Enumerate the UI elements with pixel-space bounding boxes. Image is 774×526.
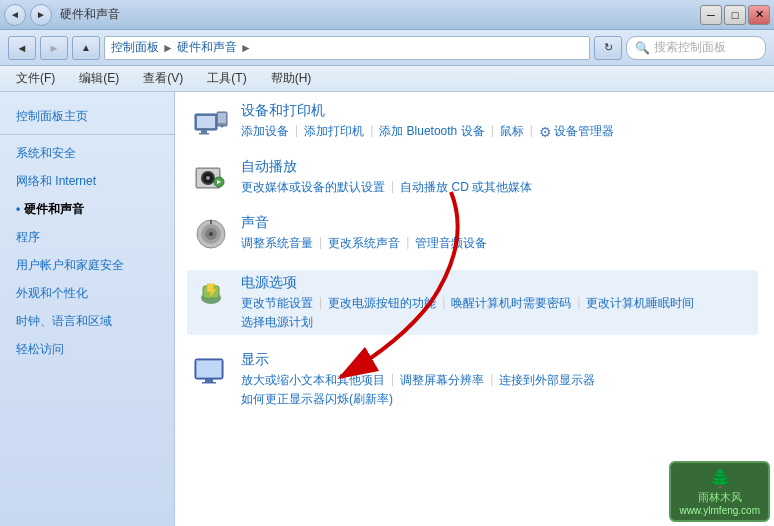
- sidebar-item-clock[interactable]: 时钟、语言和区域: [0, 307, 174, 335]
- devices-icon: [191, 102, 231, 142]
- svg-point-6: [221, 125, 224, 128]
- search-icon: 🔍: [635, 41, 650, 55]
- sidebar-item-programs[interactable]: 程序: [0, 223, 174, 251]
- sep1: |: [295, 123, 298, 140]
- forward-button[interactable]: ►: [30, 4, 52, 26]
- link-adjust-volume[interactable]: 调整系统音量: [241, 235, 313, 252]
- category-autoplay: 自动播放 更改媒体或设备的默认设置 | 自动播放 CD 或其他媒体: [191, 158, 758, 198]
- content-wrapper: 设备和打印机 添加设备 | 添加打印机 | 添加 Bluetooth 设备 | …: [191, 102, 758, 408]
- sidebar-item-hardware[interactable]: 硬件和声音: [0, 195, 174, 223]
- path-current[interactable]: 硬件和声音: [177, 39, 237, 56]
- svg-rect-24: [205, 379, 213, 382]
- menu-tools[interactable]: 工具(T): [199, 68, 254, 89]
- sep4: |: [530, 123, 533, 140]
- svg-rect-2: [201, 130, 207, 133]
- autoplay-links: 更改媒体或设备的默认设置 | 自动播放 CD 或其他媒体: [241, 179, 758, 196]
- watermark-logo: 🌲: [679, 467, 760, 489]
- link-text-size[interactable]: 放大或缩小文本和其他项目: [241, 372, 385, 389]
- sep5: |: [391, 179, 394, 196]
- link-sleep-time[interactable]: 更改计算机睡眠时间: [586, 295, 694, 312]
- link-resolution[interactable]: 调整屏幕分辨率: [400, 372, 484, 389]
- link-change-media[interactable]: 更改媒体或设备的默认设置: [241, 179, 385, 196]
- back-button[interactable]: ◄: [4, 4, 26, 26]
- menu-edit[interactable]: 编辑(E): [71, 68, 127, 89]
- sep12: |: [490, 372, 493, 389]
- power-icon: [191, 274, 231, 314]
- sep7: |: [406, 235, 409, 252]
- link-autoplay-cd[interactable]: 自动播放 CD 或其他媒体: [400, 179, 532, 196]
- sep10: |: [577, 295, 580, 312]
- link-audio-devices[interactable]: 管理音频设备: [415, 235, 487, 252]
- devices-links: 添加设备 | 添加打印机 | 添加 Bluetooth 设备 | 鼠标 | ⚙ …: [241, 123, 758, 140]
- link-power-settings[interactable]: 更改节能设置: [241, 295, 313, 312]
- menu-view[interactable]: 查看(V): [135, 68, 191, 89]
- maximize-button[interactable]: □: [724, 5, 746, 25]
- path-arrow-2: ►: [240, 41, 252, 55]
- menu-bar: 文件(F) 编辑(E) 查看(V) 工具(T) 帮助(H): [0, 66, 774, 92]
- search-placeholder: 搜索控制面板: [654, 39, 726, 56]
- sidebar-item-ease[interactable]: 轻松访问: [0, 335, 174, 363]
- nav-back-button[interactable]: ◄: [8, 36, 36, 60]
- link-power-plan[interactable]: 选择电源计划: [241, 314, 754, 331]
- sidebar: 控制面板主页 系统和安全 网络和 Internet 硬件和声音 程序 用户帐户和…: [0, 92, 175, 526]
- sep8: |: [319, 295, 322, 312]
- nav-forward-button[interactable]: ►: [40, 36, 68, 60]
- watermark-name: 雨林木风: [679, 490, 760, 505]
- title-bar: ◄ ► 硬件和声音 ─ □ ✕: [0, 0, 774, 30]
- svg-rect-23: [197, 361, 221, 377]
- power-links: 更改节能设置 | 更改电源按钮的功能 | 唤醒计算机时需要密码 | 更改计算机睡…: [241, 295, 754, 312]
- link-add-printer[interactable]: 添加打印机: [304, 123, 364, 140]
- link-device-manager[interactable]: 设备管理器: [554, 123, 614, 140]
- category-sound: 声音 调整系统音量 | 更改系统声音 | 管理音频设备: [191, 214, 758, 254]
- watermark: 🌲 雨林木风 www.ylmfeng.com: [669, 461, 770, 522]
- sep11: |: [391, 372, 394, 389]
- sidebar-item-network[interactable]: 网络和 Internet: [0, 167, 174, 195]
- link-power-button[interactable]: 更改电源按钮的功能: [328, 295, 436, 312]
- link-add-device[interactable]: 添加设备: [241, 123, 289, 140]
- svg-rect-3: [199, 133, 209, 135]
- link-add-bluetooth[interactable]: 添加 Bluetooth 设备: [379, 123, 484, 140]
- sidebar-item-appearance[interactable]: 外观和个性化: [0, 279, 174, 307]
- sidebar-item-home[interactable]: 控制面板主页: [0, 102, 174, 130]
- link-change-sound[interactable]: 更改系统声音: [328, 235, 400, 252]
- menu-file[interactable]: 文件(F): [8, 68, 63, 89]
- device-manager-icon: ⚙: [539, 124, 552, 140]
- sound-title[interactable]: 声音: [241, 214, 758, 232]
- category-power: 电源选项 更改节能设置 | 更改电源按钮的功能 | 唤醒计算机时需要密码 | 更…: [187, 270, 758, 335]
- link-mouse[interactable]: 鼠标: [500, 123, 524, 140]
- link-flicker[interactable]: 如何更正显示器闪烁(刷新率): [241, 391, 758, 408]
- close-button[interactable]: ✕: [748, 5, 770, 25]
- svg-rect-5: [218, 113, 226, 123]
- devices-title[interactable]: 设备和打印机: [241, 102, 758, 120]
- category-display: 显示 放大或缩小文本和其他项目 | 调整屏幕分辨率 | 连接到外部显示器 如何更…: [191, 351, 758, 408]
- display-title[interactable]: 显示: [241, 351, 758, 369]
- svg-rect-1: [197, 116, 215, 128]
- nav-up-button[interactable]: ▲: [72, 36, 100, 60]
- menu-help[interactable]: 帮助(H): [263, 68, 320, 89]
- autoplay-title[interactable]: 自动播放: [241, 158, 758, 176]
- display-content: 显示 放大或缩小文本和其他项目 | 调整屏幕分辨率 | 连接到外部显示器 如何更…: [241, 351, 758, 408]
- devices-content: 设备和打印机 添加设备 | 添加打印机 | 添加 Bluetooth 设备 | …: [241, 102, 758, 140]
- power-title[interactable]: 电源选项: [241, 274, 754, 292]
- sidebar-divider-1: [0, 134, 174, 135]
- autoplay-content: 自动播放 更改媒体或设备的默认设置 | 自动播放 CD 或其他媒体: [241, 158, 758, 196]
- category-devices: 设备和打印机 添加设备 | 添加打印机 | 添加 Bluetooth 设备 | …: [191, 102, 758, 142]
- display-links: 放大或缩小文本和其他项目 | 调整屏幕分辨率 | 连接到外部显示器: [241, 372, 758, 389]
- watermark-url: www.ylmfeng.com: [679, 505, 760, 516]
- sidebar-item-users[interactable]: 用户帐户和家庭安全: [0, 251, 174, 279]
- sep3: |: [491, 123, 494, 140]
- refresh-button[interactable]: ↻: [594, 36, 622, 60]
- address-path[interactable]: 控制面板 ► 硬件和声音 ►: [104, 36, 590, 60]
- refresh-area: ↻: [594, 36, 622, 60]
- path-root[interactable]: 控制面板: [111, 39, 159, 56]
- link-wake-password[interactable]: 唤醒计算机时需要密码: [451, 295, 571, 312]
- sidebar-item-system[interactable]: 系统和安全: [0, 139, 174, 167]
- link-external-display[interactable]: 连接到外部显示器: [499, 372, 595, 389]
- search-box[interactable]: 🔍 搜索控制面板: [626, 36, 766, 60]
- main-layout: 控制面板主页 系统和安全 网络和 Internet 硬件和声音 程序 用户帐户和…: [0, 92, 774, 526]
- sep6: |: [319, 235, 322, 252]
- minimize-button[interactable]: ─: [700, 5, 722, 25]
- path-arrow-1: ►: [162, 41, 174, 55]
- title-bar-left: ◄ ► 硬件和声音: [4, 4, 120, 26]
- sound-links: 调整系统音量 | 更改系统声音 | 管理音频设备: [241, 235, 758, 252]
